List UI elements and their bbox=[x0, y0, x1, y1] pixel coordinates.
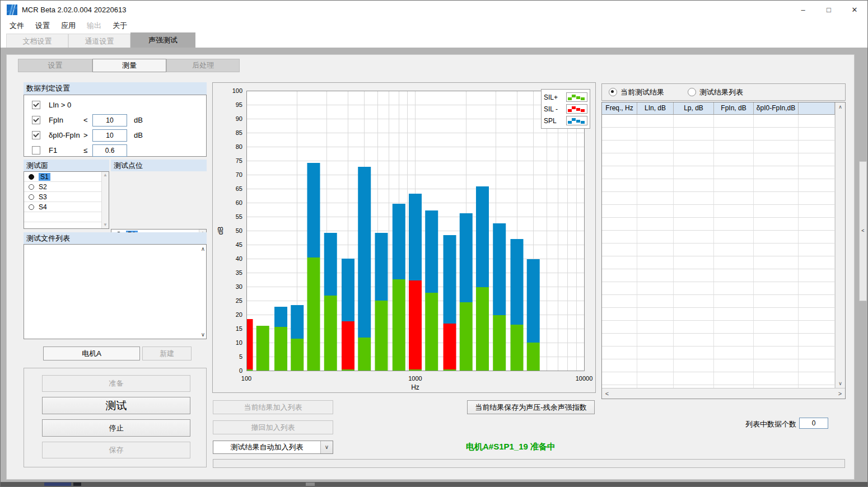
column-header-5 bbox=[799, 102, 835, 114]
svg-text:dB: dB bbox=[217, 227, 225, 235]
menu-item-0[interactable]: 文件 bbox=[4, 19, 30, 32]
table-cell bbox=[799, 141, 835, 153]
tab-1[interactable]: 通道设置 bbox=[68, 34, 130, 48]
judge-unit-2: dB bbox=[134, 131, 143, 139]
sub-tab-2[interactable]: 后处理 bbox=[166, 59, 240, 72]
table-scroll-down-icon[interactable]: ∨ bbox=[836, 379, 845, 388]
table-cell bbox=[602, 205, 637, 217]
table-scroll-left-icon[interactable]: < bbox=[602, 390, 612, 397]
judge-checkbox-0[interactable] bbox=[32, 101, 40, 109]
surface-item-0[interactable]: S1 bbox=[24, 172, 102, 182]
result-table-hscrollbar[interactable]: <> bbox=[602, 388, 845, 399]
close-button[interactable]: ✕ bbox=[842, 1, 867, 19]
result-list-radio-label: 测试结果列表 bbox=[699, 87, 743, 97]
table-cell bbox=[674, 231, 714, 243]
point-list-header: 测试点位 bbox=[111, 160, 207, 171]
app-window: MCR Beta 2.02.0.004 20220613 –□✕ 文件设置应用输… bbox=[0, 0, 868, 487]
surface-scroll-up-icon[interactable]: ▲ bbox=[102, 172, 109, 179]
result-table-vscrollbar[interactable]: ∧∨ bbox=[835, 102, 845, 388]
current-result-radio[interactable] bbox=[609, 88, 617, 96]
table-cell bbox=[714, 115, 754, 127]
tab-0[interactable]: 文档设置 bbox=[6, 34, 68, 48]
column-header-2: Lp, dB bbox=[674, 102, 714, 114]
table-cell bbox=[674, 372, 714, 385]
action-button-2[interactable]: 停止 bbox=[42, 419, 190, 437]
judge-checkbox-1[interactable] bbox=[32, 116, 40, 124]
table-row bbox=[602, 321, 835, 334]
svg-text:100: 100 bbox=[241, 375, 251, 382]
undo-add-button[interactable]: 撤回加入列表 bbox=[213, 420, 333, 434]
table-cell bbox=[714, 141, 754, 153]
table-cell bbox=[674, 334, 714, 346]
judge-checkbox-3[interactable] bbox=[32, 146, 40, 154]
surface-item-3[interactable]: S4 bbox=[24, 202, 102, 212]
table-cell bbox=[602, 192, 637, 204]
surface-item-2[interactable]: S3 bbox=[24, 192, 102, 202]
action-button-3[interactable]: 保存 bbox=[42, 442, 190, 458]
minimize-button[interactable]: – bbox=[790, 1, 816, 19]
menu-item-3[interactable]: 输出 bbox=[81, 19, 107, 32]
judge-checkbox-2[interactable] bbox=[32, 131, 40, 139]
table-cell bbox=[754, 256, 799, 269]
svg-text:1000: 1000 bbox=[408, 375, 422, 382]
table-cell bbox=[674, 218, 714, 230]
table-cell bbox=[637, 308, 674, 320]
judge-row-2: δpI0-FpIn>dB bbox=[24, 129, 206, 142]
table-cell bbox=[637, 256, 674, 269]
judge-row-3: F1≤ bbox=[24, 144, 206, 157]
result-list-radio[interactable] bbox=[688, 88, 696, 96]
panel-splitter-collapse-icon[interactable]: < bbox=[859, 161, 867, 301]
table-scroll-right-icon[interactable]: > bbox=[835, 390, 845, 397]
motor-a-button[interactable]: 电机A bbox=[43, 346, 140, 360]
file-list-scroll-down-icon[interactable]: ∨ bbox=[201, 331, 205, 338]
table-cell bbox=[799, 153, 835, 166]
table-cell bbox=[637, 192, 674, 204]
action-button-0[interactable]: 准备 bbox=[42, 375, 190, 392]
combobox-dropdown-icon[interactable]: ∨ bbox=[320, 441, 333, 453]
surface-scrollbar[interactable]: ▲▼ bbox=[101, 172, 109, 228]
table-cell bbox=[799, 128, 835, 140]
maximize-button[interactable]: □ bbox=[816, 1, 842, 19]
background-taskbar bbox=[1, 482, 867, 486]
surface-label-2: S3 bbox=[39, 193, 47, 201]
surface-item-1[interactable]: S2 bbox=[24, 182, 102, 192]
menu-item-1[interactable]: 设置 bbox=[30, 19, 55, 32]
table-cell bbox=[674, 295, 714, 307]
table-row bbox=[602, 179, 835, 192]
file-list-scroll-up-icon[interactable]: ∧ bbox=[201, 246, 205, 252]
surface-bullet-3 bbox=[29, 204, 34, 210]
table-cell bbox=[602, 256, 637, 269]
window-controls: –□✕ bbox=[790, 1, 867, 19]
svg-text:45: 45 bbox=[236, 241, 242, 248]
menu-item-4[interactable]: 关于 bbox=[107, 19, 133, 32]
table-cell bbox=[602, 218, 637, 230]
tab-2[interactable]: 声强测试 bbox=[130, 32, 195, 48]
table-scroll-up-icon[interactable]: ∧ bbox=[836, 102, 845, 111]
sub-tab-1[interactable]: 测量 bbox=[92, 59, 166, 72]
table-cell bbox=[754, 372, 799, 385]
legend-label-0: SIL+ bbox=[544, 93, 558, 101]
new-button[interactable]: 新建 bbox=[142, 346, 192, 360]
sound-intensity-chart: 0510152025303540455055606570758085909510… bbox=[213, 83, 595, 392]
save-as-pressure-residual-button[interactable]: 当前结果保存为声压-残余声强指数 bbox=[467, 400, 595, 414]
judge-value-input-3[interactable] bbox=[92, 144, 127, 157]
table-cell bbox=[754, 295, 799, 307]
legend-label-1: SIL - bbox=[544, 105, 558, 113]
judge-row-0: LIn > 0 bbox=[24, 99, 206, 111]
judge-section-header: 数据判定设置 bbox=[24, 82, 207, 95]
judge-value-input-1[interactable] bbox=[92, 114, 127, 127]
table-cell bbox=[602, 321, 637, 333]
action-button-1[interactable]: 测试 bbox=[42, 397, 190, 414]
judge-label-0: LIn > 0 bbox=[49, 101, 71, 109]
judge-value-input-2[interactable] bbox=[92, 129, 127, 142]
table-cell bbox=[754, 115, 799, 127]
auto-add-combobox[interactable]: 测试结果自动加入列表 ∨ bbox=[213, 441, 333, 454]
sub-tab-0[interactable]: 设置 bbox=[18, 59, 92, 72]
table-cell bbox=[754, 141, 799, 153]
svg-text:85: 85 bbox=[236, 129, 242, 136]
list-count-input[interactable] bbox=[799, 418, 828, 429]
add-current-result-button[interactable]: 当前结果加入列表 bbox=[213, 400, 333, 414]
table-cell bbox=[754, 346, 799, 359]
surface-scroll-down-icon[interactable]: ▼ bbox=[102, 222, 109, 228]
menu-item-2[interactable]: 应用 bbox=[55, 19, 81, 32]
